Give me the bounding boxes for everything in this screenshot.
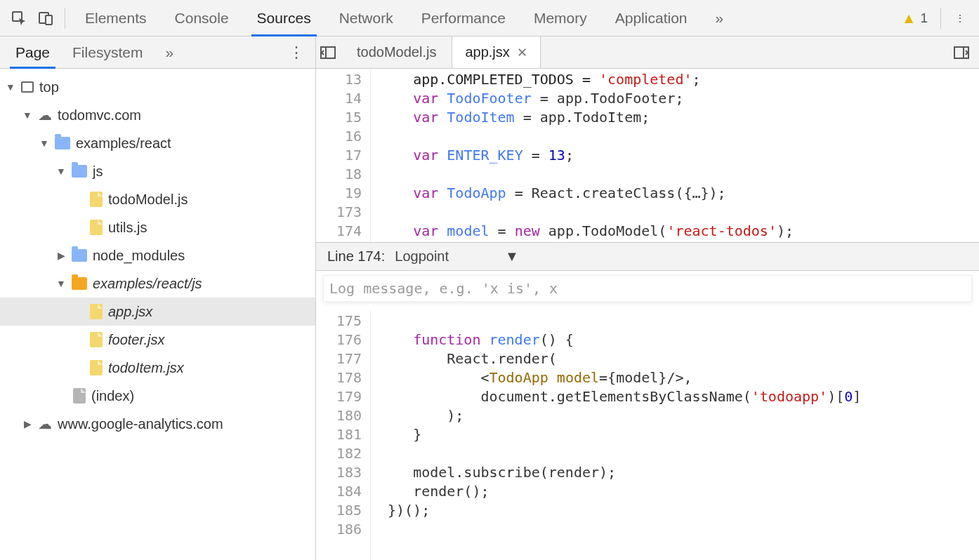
line-number[interactable]: 185 xyxy=(319,501,362,520)
cloud-icon: ☁ xyxy=(38,108,52,122)
tree-domain[interactable]: ▶ ☁ www.google-analytics.com xyxy=(0,410,315,438)
tree-domain[interactable]: ▼ ☁ todomvc.com xyxy=(0,101,315,129)
tree-file[interactable]: todoItem.jsx xyxy=(0,354,315,382)
line-number[interactable]: 13 xyxy=(319,70,362,89)
line-number[interactable]: 15 xyxy=(319,108,362,127)
tree-file[interactable]: footer.jsx xyxy=(0,326,315,354)
chevron-down-icon: ▼ xyxy=(505,248,519,265)
line-number[interactable]: 18 xyxy=(319,165,362,184)
disclosure-triangle-icon[interactable]: ▶ xyxy=(56,250,66,261)
line-number[interactable]: 16 xyxy=(319,127,362,146)
navigator-tab-filesystem[interactable]: Filesystem xyxy=(61,36,154,68)
disclosure-triangle-icon[interactable]: ▼ xyxy=(56,278,66,289)
line-number[interactable]: 186 xyxy=(319,520,362,539)
code-content[interactable]: function render() { React.render( <TodoA… xyxy=(371,310,979,560)
line-number[interactable]: 173 xyxy=(319,203,362,222)
breakpoint-line-label: Line 174: xyxy=(327,248,385,265)
tree-folder-source-mapped[interactable]: ▼ examples/react/js xyxy=(0,269,315,298)
code-content[interactable]: app.COMPLETED_TODOS = 'completed'; var T… xyxy=(371,69,979,242)
tree-label: js xyxy=(93,164,103,180)
disclosure-triangle-icon[interactable]: ▶ xyxy=(22,418,32,429)
warnings-indicator[interactable]: ▲ 1 xyxy=(895,10,935,27)
tree-label: utils.js xyxy=(108,220,147,236)
tree-folder[interactable]: ▼ js xyxy=(0,157,315,185)
line-number[interactable]: 182 xyxy=(319,444,362,463)
line-number[interactable]: 183 xyxy=(319,463,362,482)
disclosure-triangle-icon[interactable]: ▼ xyxy=(6,81,15,93)
tree-folder[interactable]: ▼ examples/react xyxy=(0,129,315,157)
line-number[interactable]: 14 xyxy=(319,89,362,108)
tree-file-selected[interactable]: app.jsx xyxy=(0,298,315,326)
disclosure-triangle-icon[interactable]: ▼ xyxy=(56,166,66,177)
tree-file[interactable]: utils.js xyxy=(0,213,315,241)
file-icon xyxy=(90,304,103,319)
line-number[interactable]: 19 xyxy=(319,184,362,203)
disclosure-triangle-icon[interactable]: ▼ xyxy=(39,138,49,149)
device-toggle-icon[interactable] xyxy=(32,5,59,32)
editor-tab[interactable]: todoModel.js xyxy=(344,36,449,68)
tree-folder[interactable]: ▶ node_modules xyxy=(0,241,315,269)
file-icon xyxy=(73,388,86,404)
svg-rect-2 xyxy=(46,15,52,25)
toggle-navigator-icon[interactable] xyxy=(320,46,341,59)
logpoint-message-input[interactable] xyxy=(323,275,972,302)
editor-tab-label: app.jsx xyxy=(465,44,509,60)
file-icon xyxy=(90,220,103,235)
line-number[interactable]: 176 xyxy=(319,331,362,349)
line-number[interactable]: 179 xyxy=(319,387,362,406)
breakpoint-input-wrap xyxy=(316,271,979,310)
tree-label: (index) xyxy=(91,388,134,404)
tab-elements[interactable]: Elements xyxy=(71,0,161,36)
line-number[interactable]: 17 xyxy=(319,146,362,165)
navigator-tabs: Page Filesystem » ⋮ xyxy=(0,36,315,69)
tree-label: examples/react/js xyxy=(93,276,202,292)
line-number[interactable]: 180 xyxy=(319,406,362,425)
tree-label: top xyxy=(39,79,59,95)
line-number[interactable]: 175 xyxy=(319,312,362,331)
tab-sources[interactable]: Sources xyxy=(243,0,325,36)
editor-tab-active[interactable]: app.jsx ✕ xyxy=(452,36,540,68)
tree-file[interactable]: todoModel.js xyxy=(0,185,315,213)
tree-label: app.jsx xyxy=(108,304,152,320)
tree-label: node_modules xyxy=(93,248,185,264)
file-icon xyxy=(90,332,103,347)
file-icon xyxy=(90,360,103,375)
line-number[interactable]: 181 xyxy=(319,425,362,444)
line-number[interactable]: 184 xyxy=(319,482,362,501)
svg-rect-5 xyxy=(954,47,968,58)
line-gutter[interactable]: 13 14 15 16 17 18 19 173 174 xyxy=(316,69,371,242)
line-gutter[interactable]: 175 176 177 178 179 180 181 182 183 184 … xyxy=(316,310,371,560)
toggle-debugger-icon[interactable] xyxy=(954,46,975,59)
file-icon xyxy=(90,192,103,207)
tab-memory[interactable]: Memory xyxy=(520,0,601,36)
tree-file[interactable]: (index) xyxy=(0,382,315,410)
navigator-tab-page[interactable]: Page xyxy=(4,36,61,68)
divider xyxy=(65,8,65,29)
editor-tab-label: todoModel.js xyxy=(357,44,436,60)
breakpoint-type-select[interactable]: Logpoint ▼ xyxy=(395,248,519,265)
tab-console[interactable]: Console xyxy=(161,0,243,36)
line-number[interactable]: 177 xyxy=(319,349,362,368)
breakpoint-type-value: Logpoint xyxy=(395,248,449,265)
main-area: Page Filesystem » ⋮ ▼ top ▼ ☁ todomvc.co… xyxy=(0,36,979,560)
navigator-menu-icon[interactable]: ⋮ xyxy=(282,44,311,62)
tree-top-frame[interactable]: ▼ top xyxy=(0,73,315,101)
tab-application[interactable]: Application xyxy=(601,0,702,36)
tab-network[interactable]: Network xyxy=(325,0,407,36)
tree-label: footer.jsx xyxy=(108,332,164,348)
inspect-element-icon[interactable] xyxy=(6,5,32,32)
disclosure-triangle-icon[interactable]: ▼ xyxy=(22,109,32,121)
close-icon[interactable]: ✕ xyxy=(517,45,527,60)
line-number[interactable]: 178 xyxy=(319,368,362,387)
tab-overflow-icon[interactable]: » xyxy=(701,0,737,36)
devtools-toolbar: Elements Console Sources Network Perform… xyxy=(0,0,979,36)
line-number[interactable]: 174 xyxy=(319,222,362,241)
code-editor-top[interactable]: 13 14 15 16 17 18 19 173 174 app.COMPLET… xyxy=(316,69,979,242)
warnings-count: 1 xyxy=(920,11,928,26)
folder-icon xyxy=(72,249,87,262)
tab-performance[interactable]: Performance xyxy=(407,0,520,36)
divider xyxy=(940,8,941,29)
kebab-menu-icon[interactable]: ⋮ xyxy=(947,5,973,32)
code-editor-bottom[interactable]: 175 176 177 178 179 180 181 182 183 184 … xyxy=(316,310,979,560)
navigator-tab-overflow-icon[interactable]: » xyxy=(154,36,185,68)
